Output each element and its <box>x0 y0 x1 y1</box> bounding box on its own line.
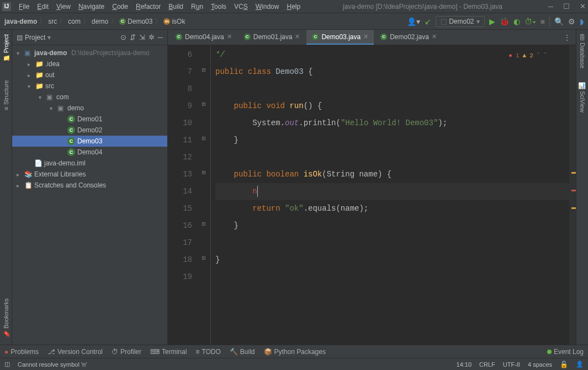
tree-idea-folder[interactable]: ▸📁 .idea <box>12 58 167 69</box>
code-line[interactable]: public boolean isOk(String name) { <box>215 166 569 183</box>
code-line[interactable]: } <box>215 251 569 269</box>
tab-demo02-java[interactable]: CDemo02.java✕ <box>375 30 442 45</box>
settings-icon[interactable]: ⚙ <box>568 17 575 26</box>
tab-demo03-java[interactable]: CDemo03.java✕ <box>306 30 374 45</box>
menu-tools[interactable]: Tools <box>208 2 230 12</box>
coverage-button[interactable]: ◐ <box>513 17 520 26</box>
menu-help[interactable]: Help <box>283 2 304 12</box>
select-opened-icon[interactable]: ⊙ <box>120 33 126 41</box>
bottom-build[interactable]: 🔨Build <box>230 348 255 356</box>
stop-button[interactable]: ■ <box>541 17 545 26</box>
menu-file[interactable]: File <box>15 2 33 12</box>
memory-indicator-icon[interactable]: 👤 <box>576 361 584 368</box>
inspection-widget[interactable]: ●1 ▲2 ˆ ˇ <box>508 47 547 65</box>
bottom-todo[interactable]: ≡TODO <box>195 348 220 356</box>
code-line[interactable]: } <box>215 132 569 149</box>
minimize-button[interactable]: ─ <box>548 2 553 10</box>
tree-ext-libraries[interactable]: ▸📚 External Libraries <box>12 169 167 180</box>
tree-src-folder[interactable]: ▾📁 src <box>12 81 167 92</box>
hide-panel-icon[interactable]: ─ <box>158 33 163 41</box>
gutter-sciview[interactable]: 📊SciView <box>579 82 586 112</box>
debug-button[interactable]: 🐞 <box>500 17 509 26</box>
project-tree[interactable]: ▾▣ java-demo D:\IdeaProjects\java-demo ▸… <box>12 45 167 345</box>
code-line[interactable]: public class Demo03 { <box>215 63 569 81</box>
close-tab-icon[interactable]: ✕ <box>363 33 368 40</box>
bottom-python[interactable]: 📦Python Packages <box>264 348 326 356</box>
line-separator[interactable]: CRLF <box>479 361 495 368</box>
tree-class-demo04[interactable]: C Demo04 <box>12 147 167 158</box>
code-line[interactable]: public void run() { <box>215 98 569 115</box>
tree-out-folder[interactable]: ▸📁 out <box>12 69 167 81</box>
tree-class-demo03[interactable]: C Demo03 <box>12 136 167 147</box>
collapse-all-icon[interactable]: ⇲ <box>139 33 145 41</box>
user-icon[interactable]: 👤▾ <box>407 17 420 26</box>
tool-windows-icon[interactable]: ◫ <box>4 361 10 368</box>
caret-position[interactable]: 14:10 <box>457 361 472 368</box>
breadcrumb-demo03[interactable]: CDemo03 <box>119 18 152 25</box>
profiler-button[interactable]: ⏱▾ <box>525 17 536 26</box>
menu-window[interactable]: Window <box>252 2 283 12</box>
code-line[interactable] <box>215 149 569 166</box>
fold-marker-icon[interactable]: ⊟ <box>202 67 205 73</box>
gutter-database[interactable]: 🗄Database <box>579 34 586 68</box>
breadcrumb-isok[interactable]: misOk <box>163 18 185 25</box>
tree-class-demo01[interactable]: C Demo01 <box>12 114 167 125</box>
fold-gutter[interactable]: ⊟⊟⊡⊟⊡⊡ <box>201 45 211 345</box>
error-stripe[interactable] <box>569 45 576 345</box>
prev-highlight-icon[interactable]: ˆ <box>537 47 541 65</box>
gutter-bookmarks[interactable]: 🔖Bookmarks <box>2 298 9 338</box>
project-view-dropdown[interactable]: ▤ Project ▾ <box>17 34 51 41</box>
close-tab-icon[interactable]: ✕ <box>295 33 300 40</box>
breadcrumb-demo[interactable]: demo <box>92 18 108 25</box>
panel-settings-icon[interactable]: ✲ <box>149 33 155 41</box>
bottom-event-log[interactable]: Event Log <box>547 348 584 356</box>
code-line[interactable] <box>215 234 569 251</box>
build-hammer-icon[interactable]: ↙ <box>425 17 431 26</box>
run-button[interactable]: ▶ <box>489 17 495 26</box>
file-encoding[interactable]: UTF-8 <box>503 361 520 368</box>
fold-marker-icon[interactable]: ⊟ <box>202 101 205 108</box>
tree-pkg-demo[interactable]: ▾▣ demo <box>12 103 167 114</box>
menu-view[interactable]: View <box>53 2 74 12</box>
menu-code[interactable]: Code <box>109 2 131 12</box>
tree-pkg-com[interactable]: ▾▣ com <box>12 92 167 103</box>
bottom-vcs[interactable]: ⎇Version Control <box>47 348 103 356</box>
breadcrumb-java-demo[interactable]: java-demo <box>4 18 37 25</box>
editor-text[interactable]: ●1 ▲2 ˆ ˇ */public class Demo03 { public… <box>211 45 569 345</box>
breadcrumb-com[interactable]: com <box>68 18 81 25</box>
tabs-more-icon[interactable]: ⋮ <box>558 30 576 45</box>
tree-iml[interactable]: 📄 java-demo.iml <box>12 158 167 169</box>
tab-demo01-java[interactable]: CDemo01.java✕ <box>239 30 306 45</box>
close-tab-icon[interactable]: ✕ <box>227 33 232 40</box>
code-line[interactable] <box>215 269 569 286</box>
menu-refactor[interactable]: Refactor <box>133 2 164 12</box>
menu-vcs[interactable]: VCS <box>231 2 251 12</box>
tree-root[interactable]: ▾▣ java-demo D:\IdeaProjects\java-demo <box>12 47 167 58</box>
code-line[interactable] <box>215 81 569 98</box>
bottom-terminal[interactable]: ⌨Terminal <box>150 348 187 356</box>
gutter-structure[interactable]: ≡Structure <box>3 80 9 110</box>
code-line[interactable]: System.out.println("Hello World! Demo03"… <box>215 115 569 132</box>
fold-marker-icon[interactable]: ⊡ <box>202 135 205 142</box>
gutter-project[interactable]: 📁Project <box>2 34 9 62</box>
fold-marker-icon[interactable]: ⊟ <box>202 169 205 176</box>
next-highlight-icon[interactable]: ˇ <box>543 47 547 65</box>
bottom-profiler[interactable]: ⏱Profiler <box>112 348 141 356</box>
close-tab-icon[interactable]: ✕ <box>432 33 437 40</box>
breadcrumb-src[interactable]: src <box>48 18 57 25</box>
fold-marker-icon[interactable]: ⊡ <box>202 221 205 227</box>
tree-class-demo02[interactable]: C Demo02 <box>12 125 167 136</box>
readonly-lock-icon[interactable]: 🔓 <box>560 361 568 368</box>
menu-build[interactable]: Build <box>165 2 187 12</box>
menu-run[interactable]: Run <box>188 2 206 12</box>
bottom-problems[interactable]: ●Problems <box>4 348 39 356</box>
code-line[interactable]: n <box>215 183 569 200</box>
run-config-dropdown[interactable]: ⬚ Demo02 ▾ <box>436 16 484 27</box>
close-button[interactable]: ✕ <box>580 2 586 10</box>
expand-all-icon[interactable]: ⇵ <box>130 33 136 41</box>
tab-demo04-java[interactable]: CDemo04.java✕ <box>170 30 237 45</box>
indent-setting[interactable]: 4 spaces <box>528 361 552 368</box>
tree-scratches[interactable]: ▸📋 Scratches and Consoles <box>12 180 167 191</box>
maximize-button[interactable]: ☐ <box>563 2 570 10</box>
fold-marker-icon[interactable]: ⊡ <box>202 255 205 261</box>
